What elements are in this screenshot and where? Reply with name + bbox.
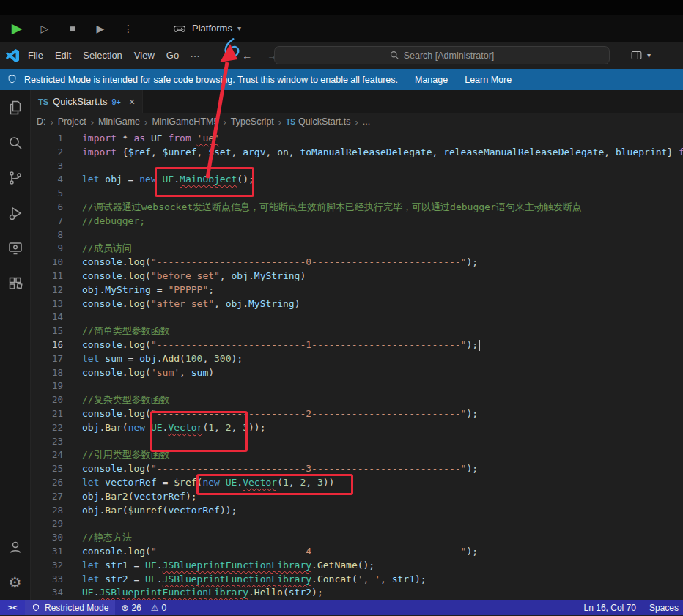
- menu-go[interactable]: Go: [160, 45, 185, 67]
- code-line[interactable]: 25console.log("-------------------------…: [31, 462, 683, 476]
- breadcrumb-item[interactable]: MiniGame: [98, 116, 140, 127]
- code-line[interactable]: 32let str1 = UE.JSBlueprintFunctionLibra…: [31, 559, 683, 573]
- editor-group: TS QuickStart.ts 9+ × D:›Project›MiniGam…: [31, 90, 683, 600]
- cursor-position-status[interactable]: Ln 16, Col 70: [584, 603, 636, 613]
- platforms-dropdown[interactable]: Platforms ▾: [172, 21, 241, 36]
- code-line[interactable]: 11console.log("before set", obj.MyString…: [31, 270, 683, 283]
- line-number: 24: [31, 448, 63, 462]
- more-options-icon[interactable]: ⋮: [119, 19, 138, 38]
- typescript-file-icon: TS: [286, 118, 295, 126]
- activity-bar: ⚙: [0, 90, 31, 600]
- code-line[interactable]: 13console.log("after set", obj.MyString): [31, 297, 683, 311]
- breadcrumb-item[interactable]: Project: [58, 116, 86, 127]
- code-line[interactable]: 15//简单类型参数函数: [31, 324, 683, 338]
- launch-button[interactable]: ▶: [91, 19, 110, 38]
- code-line[interactable]: 29: [31, 517, 683, 531]
- layout-toggle-icon[interactable]: [630, 49, 643, 62]
- code-line[interactable]: 14: [31, 311, 683, 324]
- code-line[interactable]: 33let str2 = UE.JSBlueprintFunctionLibra…: [31, 573, 683, 587]
- code-text: let obj = new UE.MainObject();: [63, 173, 254, 187]
- code-line[interactable]: 18console.log('sum', sum): [31, 366, 683, 380]
- code-line[interactable]: 27obj.Bar2(vectorRef);: [31, 490, 683, 504]
- explorer-icon[interactable]: [0, 90, 30, 125]
- code-line[interactable]: 26let vectorRef = $ref(new UE.Vector(1, …: [31, 476, 683, 490]
- code-line[interactable]: 6//调试器通过websocket发送断点信息，可能断点生效前脚本已经执行完毕，…: [31, 201, 683, 215]
- code-text: obj.Bar(new UE.Vector(1, 2, 3));: [63, 421, 266, 435]
- error-icon: ⊗: [121, 603, 128, 613]
- line-number: 19: [31, 379, 63, 393]
- code-line[interactable]: 2import {$ref, $unref, $set, argv, on, t…: [31, 146, 683, 160]
- indentation-status[interactable]: Spaces: [649, 603, 679, 613]
- search-input[interactable]: Search [Administrator]: [274, 46, 610, 64]
- code-line[interactable]: 20//复杂类型参数函数: [31, 393, 683, 407]
- run-debug-icon[interactable]: [0, 196, 30, 231]
- breadcrumb-item[interactable]: TSQuickStart.ts: [286, 116, 350, 127]
- code-line[interactable]: 5: [31, 187, 683, 201]
- line-number: 22: [31, 421, 63, 435]
- code-line[interactable]: 23: [31, 435, 683, 449]
- code-text: console.log("before set", obj.MyString): [63, 270, 306, 283]
- code-line[interactable]: 22obj.Bar(new UE.Vector(1, 2, 3));: [31, 421, 683, 435]
- screen: ▶ ▷ ■ ▶ ⋮ Platforms ▾ FileEditSelectionV…: [0, 0, 683, 616]
- line-number: 32: [31, 559, 63, 573]
- code-line[interactable]: 19: [31, 379, 683, 393]
- code-line[interactable]: 30//静态方法: [31, 531, 683, 545]
- problems-status[interactable]: ⊗ 26 ⚠ 0: [115, 603, 172, 613]
- tab-quickstart[interactable]: TS QuickStart.ts 9+ ×: [31, 90, 143, 113]
- breadcrumb-item[interactable]: D:: [37, 116, 46, 127]
- text-cursor: [479, 340, 480, 351]
- search-sidebar-icon[interactable]: [0, 125, 30, 160]
- code-line[interactable]: 8: [31, 229, 683, 242]
- code-line[interactable]: 17let sum = obj.Add(100, 300);: [31, 352, 683, 366]
- editor[interactable]: 1import * as UE from 'ue'2import {$ref, …: [31, 130, 683, 600]
- remote-explorer-icon[interactable]: [0, 231, 30, 266]
- code-line[interactable]: 34UE.JSBlueprintFunctionLibrary.Hello(st…: [31, 586, 683, 600]
- back-arrow-icon[interactable]: ←: [242, 50, 252, 62]
- line-number: 15: [31, 324, 63, 338]
- remote-indicator[interactable]: ><: [0, 600, 25, 615]
- close-icon[interactable]: ×: [129, 96, 135, 108]
- code-line[interactable]: 4let obj = new UE.MainObject();: [31, 173, 683, 187]
- menu-selection[interactable]: Selection: [77, 45, 128, 67]
- code-line[interactable]: 1import * as UE from 'ue': [31, 132, 683, 146]
- menu-view[interactable]: View: [128, 45, 160, 67]
- code-line[interactable]: 7//debugger;: [31, 215, 683, 229]
- code-text: let vectorRef = $ref(new UE.Vector(1, 2,…: [63, 476, 334, 490]
- line-number: 4: [31, 173, 63, 187]
- manage-link[interactable]: Manage: [415, 75, 448, 85]
- line-number: 12: [31, 283, 63, 297]
- line-number: 7: [31, 215, 63, 229]
- account-icon[interactable]: [0, 530, 30, 565]
- code-line[interactable]: 3: [31, 160, 683, 174]
- extensions-icon[interactable]: [0, 266, 30, 301]
- menu-file[interactable]: File: [22, 45, 49, 67]
- code-line[interactable]: 9//成员访问: [31, 242, 683, 256]
- code-line[interactable]: 28obj.Bar($unref(vectorRef));: [31, 504, 683, 518]
- code-line[interactable]: 10console.log("-------------------------…: [31, 256, 683, 270]
- code-line[interactable]: 31console.log("-------------------------…: [31, 545, 683, 559]
- code-text: console.log('sum', sum): [63, 366, 214, 380]
- code-text: let str2 = UE.JSBlueprintFunctionLibrary…: [63, 573, 427, 587]
- breadcrumb-item[interactable]: ...: [363, 116, 370, 127]
- settings-gear-icon[interactable]: ⚙: [0, 565, 30, 600]
- code-text: let sum = obj.Add(100, 300);: [63, 352, 243, 366]
- restricted-mode-status[interactable]: Restricted Mode: [25, 600, 115, 615]
- line-number: 13: [31, 297, 63, 311]
- breadcrumb-item[interactable]: MiniGameHTM5: [152, 116, 218, 127]
- code-line[interactable]: 12obj.MyString = "PPPPP";: [31, 283, 683, 297]
- puerts-debug-icon[interactable]: [221, 37, 243, 62]
- chevron-down-icon[interactable]: ▾: [647, 51, 651, 59]
- frame-skip-button[interactable]: ▷: [35, 19, 54, 38]
- code-line[interactable]: 24//引用类型参数函数: [31, 448, 683, 462]
- menu-more[interactable]: ⋯: [185, 50, 205, 62]
- code-line[interactable]: 21console.log("-------------------------…: [31, 407, 683, 421]
- play-button[interactable]: ▶: [7, 19, 26, 38]
- stop-button[interactable]: ■: [63, 19, 82, 38]
- breadcrumb-item[interactable]: TypeScript: [231, 116, 274, 127]
- code-line[interactable]: 16console.log("-------------------------…: [31, 338, 683, 352]
- learn-more-link[interactable]: Learn More: [465, 75, 512, 85]
- source-control-icon[interactable]: [0, 160, 30, 196]
- code-text: //debugger;: [63, 215, 145, 229]
- ue-toolbar: ▶ ▷ ■ ▶ ⋮ Platforms ▾: [0, 15, 683, 42]
- menu-edit[interactable]: Edit: [49, 45, 77, 67]
